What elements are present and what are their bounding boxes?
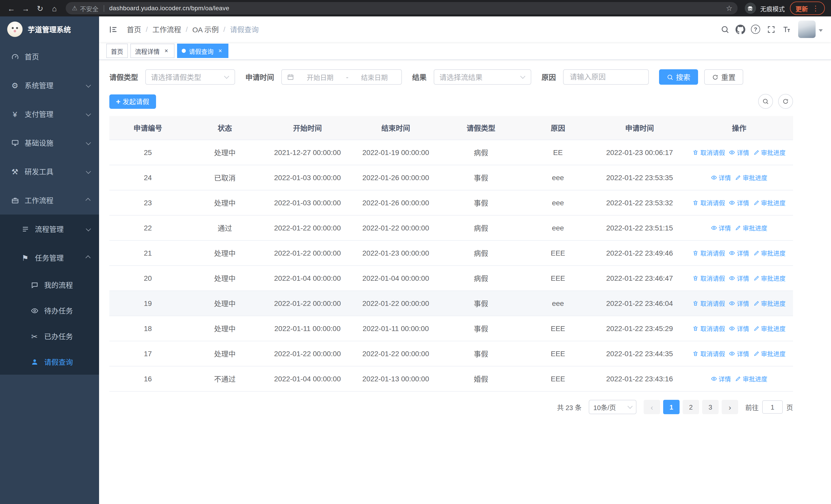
sidebar-item[interactable]: 请假查询	[0, 349, 99, 375]
progress-action-link[interactable]: 审批进度	[753, 148, 785, 157]
sidebar-item[interactable]: ✂已办任务	[0, 323, 99, 349]
sidebar-item[interactable]: 我的流程	[0, 272, 99, 298]
sidebar-item[interactable]: 首页	[0, 42, 99, 71]
reset-button[interactable]: 重置	[704, 69, 743, 85]
browser-home-button[interactable]: ⌂	[47, 1, 62, 16]
fullscreen-icon[interactable]	[763, 22, 779, 37]
sidebar-item[interactable]: ⚒研发工具	[0, 157, 99, 186]
github-icon[interactable]	[733, 22, 748, 37]
cell-id: 19	[109, 291, 186, 316]
sidebar-item[interactable]: ¥支付管理	[0, 99, 99, 128]
next-page-button[interactable]: ›	[722, 400, 738, 414]
prev-page-button[interactable]: ‹	[643, 400, 660, 414]
end-date-placeholder[interactable]: 结束日期	[353, 72, 396, 82]
sidebar-item[interactable]: 基础设施	[0, 128, 99, 157]
detail-action-link[interactable]: 详情	[729, 274, 749, 283]
result-select[interactable]: 请选择流结果	[434, 69, 531, 85]
detail-action-link[interactable]: 详情	[711, 173, 731, 182]
cancel-action-link[interactable]: 取消请假	[693, 324, 725, 333]
cell-actions: 取消请假详情审批进度	[685, 266, 793, 291]
detail-action-link[interactable]: 详情	[729, 324, 749, 333]
browser-reload-button[interactable]: ↻	[33, 1, 47, 16]
cell-actions: 取消请假详情审批进度	[685, 291, 793, 316]
tab[interactable]: 流程详情×	[131, 43, 174, 58]
detail-action-link[interactable]: 详情	[711, 375, 731, 383]
pen-icon	[753, 149, 760, 155]
tab[interactable]: 请假查询×	[177, 43, 228, 58]
detail-action-link[interactable]: 详情	[711, 224, 731, 232]
address-bar[interactable]: ⚠ 不安全 dashboard.yudao.iocoder.cn/bpm/oa/…	[66, 2, 738, 14]
bookmark-star-icon[interactable]: ☆	[726, 5, 733, 12]
update-label: 更新	[796, 4, 808, 12]
tab[interactable]: 首页	[106, 43, 128, 58]
progress-action-link[interactable]: 审批进度	[735, 173, 767, 182]
browser-menu-icon[interactable]: ⋮	[812, 5, 819, 12]
header-search-icon[interactable]	[717, 22, 733, 37]
breadcrumb-item[interactable]: 工作流程	[152, 24, 181, 34]
detail-action-link[interactable]: 详情	[729, 148, 749, 157]
sidebar-item-label: 已办任务	[44, 331, 90, 341]
cancel-action-link[interactable]: 取消请假	[693, 274, 725, 283]
refresh-table-button[interactable]	[778, 94, 793, 109]
close-icon[interactable]: ×	[217, 47, 224, 54]
progress-action-link[interactable]: 审批进度	[753, 299, 785, 308]
cell-actions: 详情审批进度	[685, 366, 793, 391]
cell-end-time: 2022-01-11 00:00:00	[352, 316, 440, 341]
sidebar-collapse-button[interactable]	[105, 22, 121, 37]
toggle-search-button[interactable]	[758, 94, 773, 109]
avatar-dropdown-caret[interactable]	[819, 29, 823, 34]
cancel-action-link[interactable]: 取消请假	[693, 349, 725, 358]
page-button-1[interactable]: 1	[663, 400, 680, 414]
reason-input[interactable]	[564, 73, 648, 81]
page-button-2[interactable]: 2	[683, 400, 699, 414]
breadcrumb-item[interactable]: 首页	[127, 24, 141, 34]
detail-action-link[interactable]: 详情	[729, 349, 749, 358]
page-size-value: 10条/页	[593, 402, 616, 412]
detail-action-link[interactable]: 详情	[729, 299, 749, 308]
progress-action-link[interactable]: 审批进度	[753, 249, 785, 257]
filter-form: 请假类型 请选择请假类型 申请时间 开始日期 - 结束日期	[109, 69, 793, 85]
cell-reason: eee	[522, 165, 594, 190]
table-row: 17处理中2022-01-22 00:00:002022-01-22 00:00…	[109, 341, 793, 366]
sidebar-item[interactable]: 流程管理	[0, 214, 99, 243]
cancel-action-link[interactable]: 取消请假	[693, 299, 725, 308]
cancel-action-link[interactable]: 取消请假	[693, 148, 725, 157]
close-icon[interactable]: ×	[163, 47, 170, 54]
trash-icon	[693, 200, 699, 206]
page-button-3[interactable]: 3	[702, 400, 719, 414]
progress-action-link[interactable]: 审批进度	[735, 375, 767, 383]
cancel-action-link[interactable]: 取消请假	[693, 249, 725, 257]
cell-id: 24	[109, 165, 186, 190]
detail-action-link[interactable]: 详情	[729, 198, 749, 207]
leave-type-select[interactable]: 请选择请假类型	[145, 69, 235, 85]
infrastructure-icon	[10, 139, 20, 147]
create-leave-button[interactable]: + 发起请假	[109, 94, 156, 109]
cancel-action-link[interactable]: 取消请假	[693, 198, 725, 207]
user-avatar[interactable]	[798, 21, 815, 38]
sidebar-item[interactable]: 工作流程	[0, 186, 99, 214]
progress-action-link[interactable]: 审批进度	[735, 224, 767, 232]
start-date-placeholder[interactable]: 开始日期	[298, 72, 342, 82]
apply-time-range-picker[interactable]: 开始日期 - 结束日期	[281, 69, 402, 85]
help-icon[interactable]: ?	[748, 22, 763, 37]
breadcrumb-item[interactable]: OA 示例	[193, 24, 219, 34]
sidebar-item[interactable]: 待办任务	[0, 298, 99, 323]
security-indicator[interactable]: ⚠ 不安全	[72, 4, 98, 12]
page-size-select[interactable]: 10条/页	[589, 400, 636, 414]
page-unit-label: 页	[786, 402, 793, 412]
progress-action-link[interactable]: 审批进度	[753, 274, 785, 283]
font-size-icon[interactable]	[779, 22, 794, 37]
search-button[interactable]: 搜索	[659, 69, 698, 85]
browser-back-button[interactable]: ←	[4, 1, 19, 16]
browser-forward-button[interactable]: →	[19, 1, 33, 16]
progress-action-link[interactable]: 审批进度	[753, 349, 785, 358]
progress-action-link[interactable]: 审批进度	[753, 324, 785, 333]
browser-update-chip[interactable]: 更新 ⋮	[790, 2, 825, 15]
detail-action-link[interactable]: 详情	[729, 249, 749, 257]
sidebar-item[interactable]: ⚑任务管理	[0, 243, 99, 272]
progress-action-link[interactable]: 审批进度	[753, 198, 785, 207]
app-logo[interactable]: 芋道管理系统	[0, 17, 99, 42]
goto-page-input[interactable]	[762, 400, 783, 414]
url-text[interactable]: dashboard.yudao.iocoder.cn/bpm/oa/leave	[109, 5, 724, 12]
sidebar-item[interactable]: ⚙系统管理	[0, 71, 99, 99]
